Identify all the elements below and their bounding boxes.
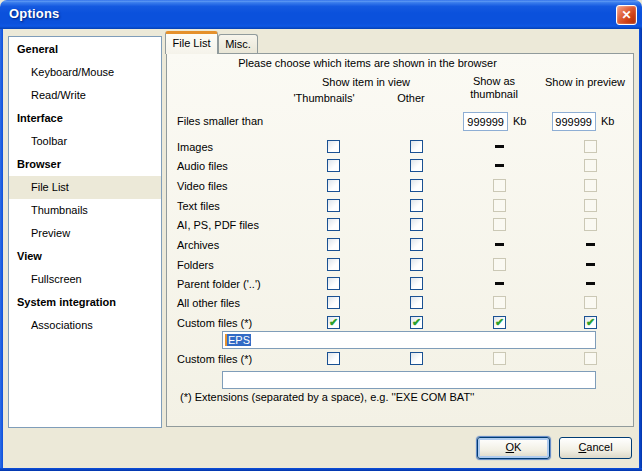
tab-file-list[interactable]: File List bbox=[165, 31, 218, 54]
checkbox-cell bbox=[584, 352, 597, 365]
custom-extensions-input-1[interactable]: EPS bbox=[222, 331, 596, 349]
checkbox-cell[interactable] bbox=[327, 179, 340, 192]
checkbox-cell bbox=[493, 352, 506, 365]
kb-unit-label: Kb bbox=[513, 115, 526, 127]
row-label: Text files bbox=[177, 199, 220, 213]
table-row-ai-ps-pdf-files: AI, PS, PDF files bbox=[0, 218, 642, 232]
checkbox-cell bbox=[493, 258, 506, 271]
row-label: All other files bbox=[177, 296, 240, 310]
row-label: Folders bbox=[177, 258, 214, 272]
files-smaller-than-label: Files smaller than bbox=[177, 115, 263, 127]
checkbox-cell[interactable] bbox=[410, 296, 423, 309]
settings-tree: General Keyboard/Mouse Read/Write Interf… bbox=[8, 36, 162, 428]
close-icon: ✕ bbox=[621, 8, 631, 22]
instruction-text: Please choose which items are shown in t… bbox=[180, 57, 555, 69]
table-row-audio-files: Audio files bbox=[0, 159, 642, 173]
extensions-footnote: (*) Extensions (separated by a space), e… bbox=[180, 391, 474, 403]
checkbox-cell[interactable] bbox=[493, 316, 506, 329]
checkbox-cell bbox=[584, 296, 597, 309]
ok-button-label: OK bbox=[478, 438, 549, 457]
checkbox-cell[interactable] bbox=[327, 258, 340, 271]
cancel-button[interactable]: Cancel bbox=[559, 437, 632, 459]
checkbox-cell bbox=[584, 179, 597, 192]
size-limit-preview-input[interactable] bbox=[552, 112, 596, 131]
checkbox-cell[interactable] bbox=[327, 199, 340, 212]
checkbox-cell bbox=[493, 140, 506, 153]
ok-button[interactable]: OK bbox=[477, 437, 550, 459]
checkbox-cell bbox=[493, 218, 506, 231]
checkbox-cell bbox=[493, 238, 506, 251]
checkbox-cell[interactable] bbox=[327, 296, 340, 309]
checkbox-cell[interactable] bbox=[410, 140, 423, 153]
checkbox-cell[interactable] bbox=[410, 238, 423, 251]
selected-text: EPS bbox=[227, 334, 251, 346]
checkbox-cell[interactable] bbox=[410, 199, 423, 212]
row-label: Video files bbox=[177, 179, 228, 193]
checkbox-cell[interactable] bbox=[410, 218, 423, 231]
checkbox-cell bbox=[584, 218, 597, 231]
checkbox-cell[interactable] bbox=[410, 258, 423, 271]
checkbox-cell bbox=[584, 199, 597, 212]
checkbox-cell bbox=[493, 179, 506, 192]
table-row-video-files: Video files bbox=[0, 179, 642, 193]
checkbox-cell bbox=[584, 238, 597, 251]
row-label: Archives bbox=[177, 238, 219, 252]
table-row-images: Images bbox=[0, 140, 642, 154]
table-row-all-other-files: All other files bbox=[0, 296, 642, 310]
table-row-archives: Archives bbox=[0, 238, 642, 252]
options-dialog: Options ✕ General Keyboard/Mouse Read/Wr… bbox=[0, 0, 642, 471]
checkbox-cell[interactable] bbox=[327, 352, 340, 365]
checkbox-cell bbox=[493, 159, 506, 172]
column-header-show-item-in-view: Show item in view bbox=[280, 76, 452, 88]
cancel-button-label: Cancel bbox=[560, 438, 631, 457]
checkbox-cell[interactable] bbox=[410, 277, 423, 290]
checkbox-cell bbox=[584, 258, 597, 271]
row-label: Audio files bbox=[177, 159, 228, 173]
table-row-parent-folder: Parent folder ('..') bbox=[0, 277, 642, 291]
sidebar-item-interface[interactable]: Interface bbox=[9, 107, 161, 130]
checkbox-cell[interactable] bbox=[410, 352, 423, 365]
checkbox-cell[interactable] bbox=[327, 159, 340, 172]
row-label: Custom files (*) bbox=[177, 316, 252, 330]
checkbox-cell[interactable] bbox=[584, 316, 597, 329]
checkbox-cell bbox=[584, 277, 597, 290]
row-label: Custom files (*) bbox=[177, 352, 252, 366]
checkbox-cell[interactable] bbox=[410, 159, 423, 172]
sidebar-item-general[interactable]: General bbox=[9, 38, 161, 61]
tab-misc[interactable]: Misc. bbox=[218, 34, 258, 54]
checkbox-cell[interactable] bbox=[410, 179, 423, 192]
checkbox-cell[interactable] bbox=[410, 316, 423, 329]
row-label: Images bbox=[177, 140, 213, 154]
row-label: Parent folder ('..') bbox=[177, 277, 261, 291]
sidebar-item-keyboard-mouse[interactable]: Keyboard/Mouse bbox=[9, 61, 161, 84]
checkbox-cell bbox=[584, 140, 597, 153]
checkbox-cell bbox=[493, 199, 506, 212]
checkbox-cell[interactable] bbox=[327, 140, 340, 153]
checkbox-cell[interactable] bbox=[327, 316, 340, 329]
table-row-folders: Folders bbox=[0, 258, 642, 272]
checkbox-cell[interactable] bbox=[327, 238, 340, 251]
kb-unit-label: Kb bbox=[601, 115, 614, 127]
table-row-text-files: Text files bbox=[0, 199, 642, 213]
checkbox-cell bbox=[584, 159, 597, 172]
checkbox-cell[interactable] bbox=[327, 218, 340, 231]
checkbox-cell bbox=[493, 277, 506, 290]
table-row-custom-files-2: Custom files (*) bbox=[0, 352, 642, 366]
row-label: AI, PS, PDF files bbox=[177, 218, 259, 232]
size-limit-thumbnail-input[interactable] bbox=[463, 112, 508, 131]
checkbox-cell bbox=[493, 296, 506, 309]
custom-extensions-input-2[interactable] bbox=[222, 371, 596, 389]
title-bar[interactable]: Options ✕ bbox=[0, 0, 642, 29]
close-button[interactable]: ✕ bbox=[616, 5, 637, 25]
table-row-custom-files-1: Custom files (*) bbox=[0, 316, 642, 330]
column-header-show-in-preview: Show in preview bbox=[525, 76, 642, 88]
sidebar-item-read-write[interactable]: Read/Write bbox=[9, 84, 161, 107]
window-title: Options bbox=[9, 6, 60, 21]
checkbox-cell[interactable] bbox=[327, 277, 340, 290]
